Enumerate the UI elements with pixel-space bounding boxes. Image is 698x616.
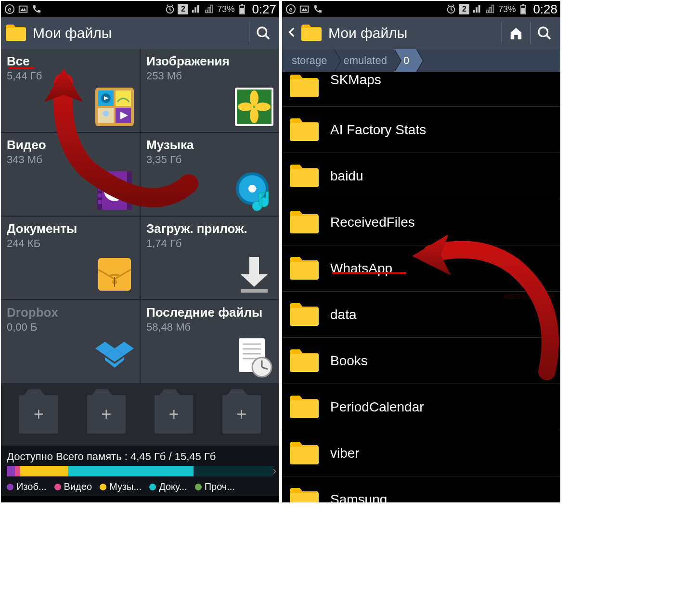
svg-rect-77: [290, 308, 319, 326]
tile-subtitle: 5,44 Гб: [7, 70, 134, 82]
svg-rect-72: [290, 79, 319, 97]
folder-name: baidu: [330, 168, 363, 184]
svg-point-70: [539, 27, 548, 37]
svg-line-10: [265, 35, 269, 39]
svg-point-17: [103, 111, 109, 116]
status-bar: e 2 73% 0:28: [282, 1, 560, 17]
breadcrumb: storageemulated0: [282, 49, 560, 72]
breadcrumb-storage[interactable]: storage: [282, 49, 334, 72]
svg-rect-78: [290, 354, 319, 372]
tile-subtitle: 244 КБ: [7, 237, 134, 250]
folder-row-ai-factory-stats[interactable]: AI Factory Stats: [282, 107, 560, 153]
legend-dot-icon: [7, 484, 13, 490]
folder-row-whatsapp[interactable]: WhatsApp: [282, 245, 560, 292]
svg-rect-63: [300, 6, 309, 13]
legend-dot-icon: [149, 484, 156, 490]
folder-icon: [289, 439, 320, 467]
search-button[interactable]: [532, 21, 556, 45]
svg-rect-81: [290, 493, 319, 503]
add-shortcut-3[interactable]: +: [155, 395, 193, 434]
svg-rect-45: [249, 257, 259, 274]
svg-marker-3: [21, 8, 26, 11]
add-shortcut-2[interactable]: +: [87, 395, 126, 434]
edge-browser-icon: e: [285, 3, 297, 15]
svg-rect-29: [127, 171, 132, 210]
home-button[interactable]: [504, 21, 528, 45]
legend-label: Видео: [64, 481, 92, 492]
legend-dot-icon: [54, 484, 61, 490]
svg-line-71: [546, 35, 550, 39]
svg-marker-64: [302, 8, 307, 11]
tile-документы[interactable]: Документы244 КБ: [1, 217, 140, 299]
tile-загруж-прилож-[interactable]: Загруж. прилож.1,74 Гб: [141, 217, 279, 299]
legend-label: Музы...: [109, 481, 142, 492]
legend-item: Проч...: [195, 481, 235, 492]
category-tiles: Все5,44 ГбИзображения253 МбВидео343 МбМу…: [1, 49, 279, 383]
folder-icon: [289, 301, 320, 329]
status-bar: e 2 73% 0:27: [1, 1, 279, 17]
tile-title: Музыка: [146, 138, 273, 153]
search-icon: [537, 26, 552, 41]
folder-name: ReceivedFiles: [330, 215, 415, 230]
add-shortcut-1[interactable]: +: [19, 395, 58, 434]
signal-icon: [471, 3, 483, 15]
svg-rect-69: [301, 28, 322, 41]
svg-text:e: e: [8, 6, 11, 13]
signal-icon-2: [485, 3, 496, 15]
svg-rect-76: [290, 262, 319, 280]
svg-text:e: e: [289, 6, 292, 13]
tile-видео[interactable]: Видео343 Мб: [1, 133, 140, 216]
folder-row-samsung[interactable]: Samsung: [282, 476, 560, 502]
edge-browser-icon: e: [4, 3, 15, 15]
svg-point-24: [250, 108, 259, 123]
screenshot-left: e 2 73% 0:27: [1, 1, 279, 502]
legend-item: Видео: [54, 481, 92, 492]
sim-indicator: 2: [459, 4, 469, 14]
legend-label: Проч...: [205, 481, 235, 492]
phone-icon: [312, 3, 323, 15]
folder-row-receivedfiles[interactable]: ReceivedFiles: [282, 199, 560, 245]
picture-icon: [298, 3, 310, 15]
svg-rect-80: [290, 447, 319, 464]
alarm-icon: [164, 3, 176, 15]
sim-indicator: 2: [178, 4, 188, 14]
folder-row-skmaps[interactable]: SKMaps: [282, 72, 560, 107]
folder-row-viber[interactable]: viber: [282, 430, 560, 476]
tile-все[interactable]: Все5,44 Гб: [1, 49, 140, 132]
folder-name: SKMaps: [330, 72, 381, 88]
storage-segment: [15, 466, 20, 476]
svg-rect-7: [240, 8, 244, 13]
annotation-underline: [8, 67, 34, 69]
alarm-icon: [445, 3, 457, 15]
signal-icon: [190, 3, 202, 15]
storage-segment: [194, 466, 273, 476]
add-shortcut-4[interactable]: +: [222, 395, 261, 434]
tile-музыка[interactable]: Музыка3,35 Гб: [141, 133, 279, 216]
svg-point-25: [238, 103, 253, 111]
battery-percent: 73%: [217, 4, 234, 14]
recent-doc-icon: [234, 338, 274, 378]
screenshot-right: e 2 73% 0:28: [282, 1, 560, 502]
tile-subtitle: 0,00 Б: [7, 321, 134, 334]
gallery-grid-icon: [94, 87, 135, 127]
folder-row-periodcalendar[interactable]: PeriodCalendar: [282, 384, 560, 430]
storage-panel[interactable]: Доступно Всего память : 4,45 Гб / 15,45 …: [1, 446, 279, 496]
tile-dropbox[interactable]: Dropbox0,00 Б: [1, 300, 140, 383]
tile-title: Последние файлы: [146, 305, 273, 320]
app-title: Мои файлы: [33, 25, 247, 41]
clock: 0:27: [252, 2, 276, 17]
tile-последние-файлы[interactable]: Последние файлы58,48 Мб: [141, 300, 279, 383]
storage-segment: [68, 466, 193, 476]
svg-rect-30: [98, 173, 102, 177]
tile-изображения[interactable]: Изображения253 Мб: [141, 49, 279, 132]
back-button[interactable]: [286, 23, 298, 44]
battery-percent: 73%: [498, 4, 516, 14]
svg-rect-75: [290, 216, 319, 233]
folder-row-books[interactable]: Books: [282, 338, 560, 384]
search-button[interactable]: [251, 21, 275, 45]
chevron-left-icon: [286, 23, 298, 42]
signal-icon-2: [204, 3, 215, 15]
breadcrumb-emulated[interactable]: emulated: [334, 49, 394, 72]
folder-row-baidu[interactable]: baidu: [282, 153, 560, 199]
folder-name: viber: [330, 446, 360, 461]
